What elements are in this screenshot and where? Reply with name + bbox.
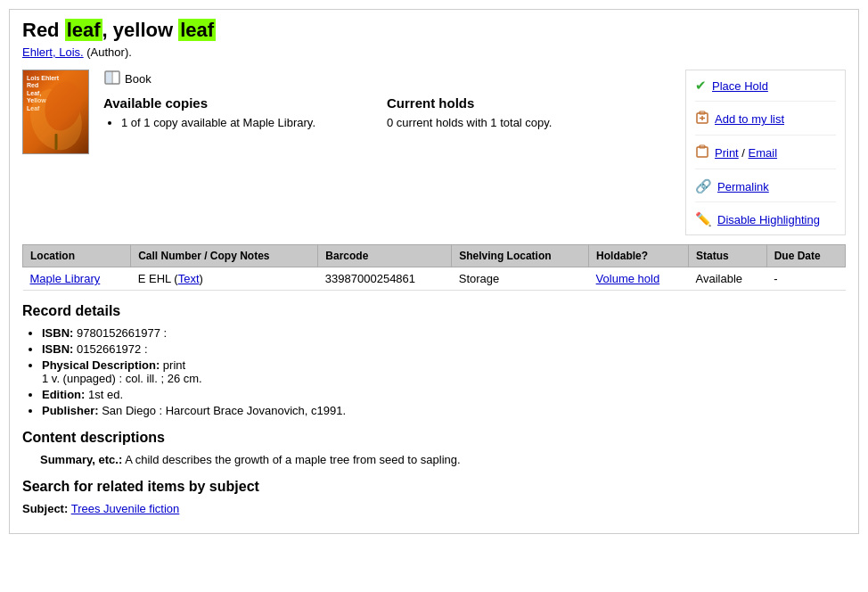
place-hold-action: ✔ Place Hold <box>695 78 836 102</box>
pencil-icon: ✏️ <box>695 211 712 227</box>
book-type-icon <box>103 70 121 88</box>
summary-label: Summary, etc.: <box>40 453 122 466</box>
print-email-links: Print / Email <box>715 146 777 160</box>
record-item-publisher: Publisher: San Diego : Harcourt Brace Jo… <box>42 404 846 417</box>
available-copies-heading: Available copies <box>103 95 315 111</box>
related-items-heading: Search for related items by subject <box>22 479 846 495</box>
print-email-separator: / <box>739 146 749 160</box>
col-due-date: Due Date <box>766 245 845 267</box>
col-call-number: Call Number / Copy Notes <box>131 245 318 267</box>
content-descriptions-section: Content descriptions Summary, etc.: A ch… <box>22 430 846 466</box>
svg-rect-4 <box>106 72 111 83</box>
author-line: Ehlert, Lois. (Author). <box>22 45 846 59</box>
book-cover: Lois EhlertRedLeaf,YellowLeaf <box>22 70 89 154</box>
record-item-edition: Edition: 1st ed. <box>42 388 846 401</box>
permalink-link[interactable]: Permalink <box>717 180 769 193</box>
link-icon: 🔗 <box>695 178 712 194</box>
col-shelving: Shelving Location <box>452 245 589 267</box>
svg-rect-9 <box>697 147 708 157</box>
col-barcode: Barcode <box>318 245 452 267</box>
copy-table-header: Location Call Number / Copy Notes Barcod… <box>23 245 846 267</box>
col-location: Location <box>23 245 131 267</box>
current-holds-text: 0 current holds with 1 total copy. <box>387 116 552 129</box>
holds-section: Current holds 0 current holds with 1 tot… <box>387 95 552 129</box>
title-highlight-1: leaf <box>65 19 102 41</box>
permalink-action: 🔗 Permalink <box>695 178 836 202</box>
holdable-link[interactable]: Volume hold <box>596 272 660 285</box>
summary-row: Summary, etc.: A child describes the gro… <box>22 453 846 466</box>
call-number-text-link[interactable]: Text <box>178 272 200 285</box>
record-details-section: Record details ISBN: 9780152661977 : ISB… <box>22 303 846 417</box>
print-email-action: Print / Email <box>695 144 836 169</box>
checkmark-icon: ✔ <box>695 78 707 94</box>
record-item-isbn2: ISBN: 0152661972 : <box>42 342 846 356</box>
title-prefix: Red <box>22 19 65 41</box>
cell-call-number: E EHL (Text) <box>131 267 318 291</box>
page-wrapper: Red leaf, yellow leaf Ehlert, Lois. (Aut… <box>9 9 859 534</box>
add-to-list-link[interactable]: Add to my list <box>715 112 784 126</box>
print-icon <box>695 144 709 161</box>
record-item-isbn1: ISBN: 9780152661977 : <box>42 326 846 340</box>
clipboard-add-icon <box>695 111 709 127</box>
subject-label: Subject: <box>22 502 68 515</box>
table-row: Maple Library E EHL (Text) 3398700025486… <box>23 267 846 291</box>
left-content: Lois EhlertRedLeaf,YellowLeaf <box>22 70 676 235</box>
title-highlight-2: leaf <box>178 19 216 41</box>
cell-holdable: Volume hold <box>589 267 689 291</box>
record-details-heading: Record details <box>22 303 846 319</box>
copies-section: Available copies 1 of 1 copy available a… <box>103 95 315 129</box>
available-copies-item: 1 of 1 copy available at Maple Library. <box>121 116 315 129</box>
book-info: Book Available copies 1 of 1 copy availa… <box>103 70 676 235</box>
top-section: Lois EhlertRedLeaf,YellowLeaf <box>22 70 846 235</box>
related-items-section: Search for related items by subject Subj… <box>22 479 846 515</box>
cell-shelving: Storage <box>452 267 589 291</box>
record-details-list: ISBN: 9780152661977 : ISBN: 0152661972 :… <box>22 326 846 417</box>
cell-status: Available <box>689 267 767 291</box>
print-link[interactable]: Print <box>715 146 739 160</box>
book-type-label: Book <box>125 72 151 86</box>
summary-value: A child describes the growth of a maple … <box>125 453 460 466</box>
place-hold-link[interactable]: Place Hold <box>712 79 768 93</box>
copy-table: Location Call Number / Copy Notes Barcod… <box>22 244 846 291</box>
current-holds-heading: Current holds <box>387 95 552 111</box>
col-status: Status <box>689 245 767 267</box>
location-link[interactable]: Maple Library <box>30 272 101 285</box>
copies-holds-row: Available copies 1 of 1 copy available a… <box>103 95 676 129</box>
disable-highlighting-action: ✏️ Disable Highlighting <box>695 211 836 227</box>
author-link[interactable]: Ehlert, Lois. <box>22 45 84 59</box>
available-copies-list: 1 of 1 copy available at Maple Library. <box>103 116 315 129</box>
title-middle: , yellow <box>102 19 179 41</box>
col-holdable: Holdable? <box>589 245 689 267</box>
add-to-list-action: Add to my list <box>695 111 836 136</box>
email-link[interactable]: Email <box>749 146 778 160</box>
page-title: Red leaf, yellow leaf <box>22 19 846 42</box>
content-descriptions-heading: Content descriptions <box>22 430 846 446</box>
book-type-row: Book <box>103 70 676 88</box>
cell-barcode: 33987000254861 <box>318 267 452 291</box>
subject-row: Subject: Trees Juvenile fiction <box>22 502 846 515</box>
cell-due-date: - <box>766 267 845 291</box>
author-role: (Author). <box>86 45 132 59</box>
cell-location: Maple Library <box>23 267 131 291</box>
disable-highlighting-link[interactable]: Disable Highlighting <box>717 213 820 226</box>
right-sidebar: ✔ Place Hold Add to my list <box>685 70 846 235</box>
record-item-physical: Physical Description: print1 v. (unpaged… <box>42 358 846 385</box>
subject-link[interactable]: Trees Juvenile fiction <box>71 502 180 515</box>
copy-table-header-row: Location Call Number / Copy Notes Barcod… <box>23 245 846 267</box>
copy-table-body: Maple Library E EHL (Text) 3398700025486… <box>23 267 846 291</box>
